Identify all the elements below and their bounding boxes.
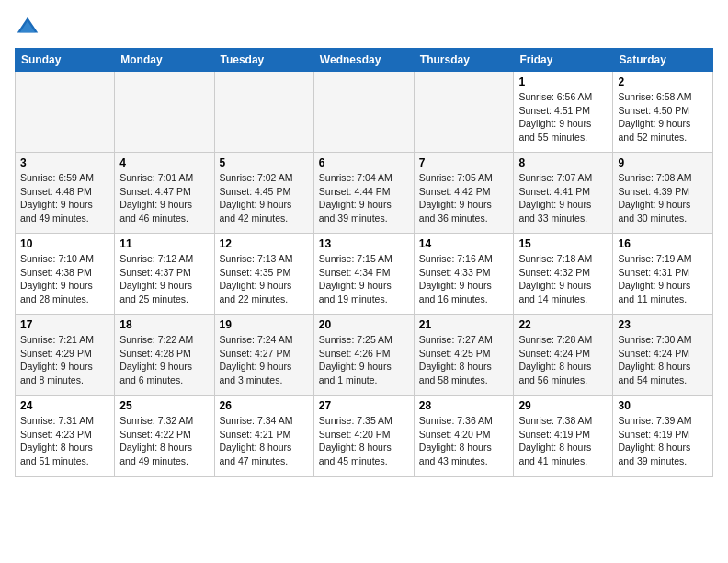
day-number: 1	[518, 75, 608, 88]
day-info: Sunrise: 7:04 AM Sunset: 4:44 PM Dayligh…	[319, 171, 409, 225]
calendar-table: SundayMondayTuesdayWednesdayThursdayFrid…	[15, 48, 713, 477]
day-number: 11	[119, 237, 209, 250]
day-number: 19	[220, 318, 309, 331]
day-info: Sunrise: 7:28 AM Sunset: 4:24 PM Dayligh…	[518, 333, 608, 387]
day-info: Sunrise: 7:32 AM Sunset: 4:22 PM Dayligh…	[119, 414, 209, 468]
day-info: Sunrise: 7:38 AM Sunset: 4:19 PM Dayligh…	[518, 414, 608, 468]
day-info: Sunrise: 7:02 AM Sunset: 4:45 PM Dayligh…	[220, 171, 309, 225]
day-info: Sunrise: 6:56 AM Sunset: 4:51 PM Dayligh…	[518, 90, 608, 144]
day-info: Sunrise: 7:25 AM Sunset: 4:26 PM Dayligh…	[319, 333, 409, 387]
day-number: 24	[20, 399, 109, 412]
day-info: Sunrise: 7:35 AM Sunset: 4:20 PM Dayligh…	[319, 414, 409, 468]
calendar-cell	[214, 72, 313, 153]
day-info: Sunrise: 7:24 AM Sunset: 4:27 PM Dayligh…	[220, 333, 309, 387]
calendar-cell: 18Sunrise: 7:22 AM Sunset: 4:28 PM Dayli…	[115, 315, 214, 396]
day-number: 8	[518, 156, 608, 169]
calendar-cell: 20Sunrise: 7:25 AM Sunset: 4:26 PM Dayli…	[313, 315, 414, 396]
day-number: 22	[518, 318, 608, 331]
day-info: Sunrise: 7:31 AM Sunset: 4:23 PM Dayligh…	[20, 414, 109, 468]
week-row-1: 1Sunrise: 6:56 AM Sunset: 4:51 PM Daylig…	[16, 72, 713, 153]
day-number: 15	[518, 237, 608, 250]
day-info: Sunrise: 7:12 AM Sunset: 4:37 PM Dayligh…	[119, 252, 209, 306]
day-number: 23	[618, 318, 708, 331]
day-number: 17	[20, 318, 109, 331]
day-number: 26	[220, 399, 309, 412]
calendar-cell: 5Sunrise: 7:02 AM Sunset: 4:45 PM Daylig…	[214, 153, 313, 234]
calendar-cell: 24Sunrise: 7:31 AM Sunset: 4:23 PM Dayli…	[16, 396, 115, 477]
day-number: 20	[319, 318, 409, 331]
week-row-3: 10Sunrise: 7:10 AM Sunset: 4:38 PM Dayli…	[16, 234, 713, 315]
day-info: Sunrise: 7:10 AM Sunset: 4:38 PM Dayligh…	[20, 252, 109, 306]
day-info: Sunrise: 7:34 AM Sunset: 4:21 PM Dayligh…	[220, 414, 309, 468]
weekday-header-row: SundayMondayTuesdayWednesdayThursdayFrid…	[16, 49, 713, 72]
day-info: Sunrise: 7:19 AM Sunset: 4:31 PM Dayligh…	[618, 252, 708, 306]
day-number: 2	[618, 75, 708, 88]
calendar-cell: 4Sunrise: 7:01 AM Sunset: 4:47 PM Daylig…	[115, 153, 214, 234]
weekday-header-saturday: Saturday	[613, 49, 713, 72]
day-number: 28	[419, 399, 509, 412]
day-info: Sunrise: 7:21 AM Sunset: 4:29 PM Dayligh…	[20, 333, 109, 387]
day-info: Sunrise: 7:16 AM Sunset: 4:33 PM Dayligh…	[419, 252, 509, 306]
calendar-cell: 17Sunrise: 7:21 AM Sunset: 4:29 PM Dayli…	[16, 315, 115, 396]
calendar-cell	[115, 72, 214, 153]
calendar-cell: 19Sunrise: 7:24 AM Sunset: 4:27 PM Dayli…	[214, 315, 313, 396]
calendar-cell: 2Sunrise: 6:58 AM Sunset: 4:50 PM Daylig…	[613, 72, 713, 153]
calendar-cell: 1Sunrise: 6:56 AM Sunset: 4:51 PM Daylig…	[514, 72, 613, 153]
day-info: Sunrise: 7:36 AM Sunset: 4:20 PM Dayligh…	[419, 414, 509, 468]
calendar-cell: 6Sunrise: 7:04 AM Sunset: 4:44 PM Daylig…	[313, 153, 414, 234]
day-number: 12	[220, 237, 309, 250]
day-number: 27	[319, 399, 409, 412]
calendar-cell: 15Sunrise: 7:18 AM Sunset: 4:32 PM Dayli…	[514, 234, 613, 315]
calendar-cell: 28Sunrise: 7:36 AM Sunset: 4:20 PM Dayli…	[414, 396, 514, 477]
calendar-cell: 14Sunrise: 7:16 AM Sunset: 4:33 PM Dayli…	[414, 234, 514, 315]
day-number: 25	[119, 399, 209, 412]
day-info: Sunrise: 7:27 AM Sunset: 4:25 PM Dayligh…	[419, 333, 509, 387]
calendar-cell	[313, 72, 414, 153]
day-number: 30	[618, 399, 708, 412]
calendar-cell: 23Sunrise: 7:30 AM Sunset: 4:24 PM Dayli…	[613, 315, 713, 396]
calendar-cell: 30Sunrise: 7:39 AM Sunset: 4:19 PM Dayli…	[613, 396, 713, 477]
calendar-cell: 10Sunrise: 7:10 AM Sunset: 4:38 PM Dayli…	[16, 234, 115, 315]
day-number: 4	[119, 156, 209, 169]
day-number: 14	[419, 237, 509, 250]
weekday-header-monday: Monday	[115, 49, 214, 72]
day-info: Sunrise: 7:07 AM Sunset: 4:41 PM Dayligh…	[518, 171, 608, 225]
day-info: Sunrise: 7:08 AM Sunset: 4:39 PM Dayligh…	[618, 171, 708, 225]
day-number: 5	[220, 156, 309, 169]
page-header	[15, 15, 713, 40]
day-number: 21	[419, 318, 509, 331]
calendar-cell: 3Sunrise: 6:59 AM Sunset: 4:48 PM Daylig…	[16, 153, 115, 234]
calendar-header: SundayMondayTuesdayWednesdayThursdayFrid…	[16, 49, 713, 72]
day-info: Sunrise: 7:30 AM Sunset: 4:24 PM Dayligh…	[618, 333, 708, 387]
day-info: Sunrise: 7:13 AM Sunset: 4:35 PM Dayligh…	[220, 252, 309, 306]
weekday-header-sunday: Sunday	[16, 49, 115, 72]
day-info: Sunrise: 7:18 AM Sunset: 4:32 PM Dayligh…	[518, 252, 608, 306]
calendar-cell: 29Sunrise: 7:38 AM Sunset: 4:19 PM Dayli…	[514, 396, 613, 477]
calendar-cell: 8Sunrise: 7:07 AM Sunset: 4:41 PM Daylig…	[514, 153, 613, 234]
calendar-cell: 16Sunrise: 7:19 AM Sunset: 4:31 PM Dayli…	[613, 234, 713, 315]
calendar-cell: 25Sunrise: 7:32 AM Sunset: 4:22 PM Dayli…	[115, 396, 214, 477]
calendar-cell: 22Sunrise: 7:28 AM Sunset: 4:24 PM Dayli…	[514, 315, 613, 396]
day-info: Sunrise: 7:15 AM Sunset: 4:34 PM Dayligh…	[319, 252, 409, 306]
weekday-header-tuesday: Tuesday	[214, 49, 313, 72]
logo-icon	[15, 15, 40, 40]
day-number: 9	[618, 156, 708, 169]
day-number: 18	[119, 318, 209, 331]
calendar-cell: 21Sunrise: 7:27 AM Sunset: 4:25 PM Dayli…	[414, 315, 514, 396]
day-number: 16	[618, 237, 708, 250]
day-number: 6	[319, 156, 409, 169]
weekday-header-friday: Friday	[514, 49, 613, 72]
day-info: Sunrise: 7:39 AM Sunset: 4:19 PM Dayligh…	[618, 414, 708, 468]
calendar-cell	[414, 72, 514, 153]
weekday-header-wednesday: Wednesday	[313, 49, 414, 72]
day-number: 29	[518, 399, 608, 412]
day-info: Sunrise: 7:22 AM Sunset: 4:28 PM Dayligh…	[119, 333, 209, 387]
week-row-5: 24Sunrise: 7:31 AM Sunset: 4:23 PM Dayli…	[16, 396, 713, 477]
calendar-cell: 9Sunrise: 7:08 AM Sunset: 4:39 PM Daylig…	[613, 153, 713, 234]
day-number: 10	[20, 237, 109, 250]
calendar-body: 1Sunrise: 6:56 AM Sunset: 4:51 PM Daylig…	[16, 72, 713, 477]
day-info: Sunrise: 6:59 AM Sunset: 4:48 PM Dayligh…	[20, 171, 109, 225]
calendar-cell: 11Sunrise: 7:12 AM Sunset: 4:37 PM Dayli…	[115, 234, 214, 315]
day-number: 13	[319, 237, 409, 250]
calendar-cell: 27Sunrise: 7:35 AM Sunset: 4:20 PM Dayli…	[313, 396, 414, 477]
